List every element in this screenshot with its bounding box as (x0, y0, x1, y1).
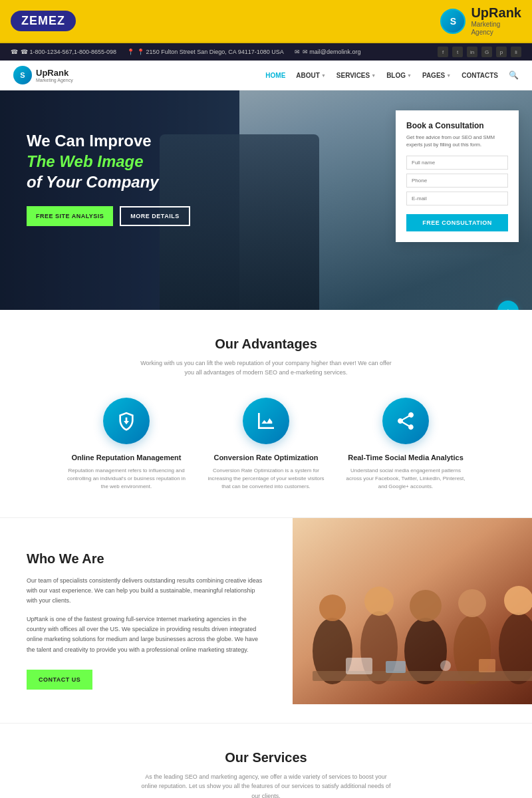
social-analytics-title: Real-Time Social Media Analytics (346, 454, 466, 462)
zemez-logo: ZEMEZ (11, 11, 76, 31)
svg-point-10 (504, 586, 532, 615)
advantages-title: Our Advantages (20, 336, 512, 352)
search-icon[interactable]: 🔍 (509, 70, 519, 80)
phone-icon: ☎ (11, 49, 18, 55)
email-icon: ✉ (295, 49, 300, 55)
social-icons-bar: f t in G p li (438, 47, 521, 57)
hero-buttons: FREE SITE ANALYSIS MORE DETAILS (27, 206, 190, 226)
svg-point-2 (319, 595, 346, 621)
chart-icon (255, 410, 277, 432)
linkedin-icon[interactable]: li (511, 47, 521, 57)
phone-info: ☎ ☎ 1-800-1234-567,1-800-8655-098 (11, 49, 116, 55)
advantage-item-social: Real-Time Social Media Analytics Underst… (346, 398, 466, 491)
who-title: Who We Are (27, 551, 266, 567)
info-bar-left: ☎ ☎ 1-800-1234-567,1-800-8655-098 📍 📍 21… (11, 49, 360, 55)
hero-section: We Can Improve The Web Image of Your Com… (0, 90, 532, 310)
svg-rect-15 (479, 659, 495, 672)
advantages-desc: Working with us you can lift the web rep… (140, 358, 392, 378)
reputation-text: Reputation management refers to influenc… (66, 467, 186, 491)
consultation-fullname-input[interactable] (406, 156, 508, 170)
pinterest-icon[interactable]: p (496, 47, 507, 57)
reputation-icon-circle (103, 398, 150, 444)
nav-logo-circle: S (13, 66, 32, 84)
services-title: Our Services (20, 750, 512, 765)
instagram-icon[interactable]: in (467, 47, 477, 57)
uprank-brand-watermark: UpRank MarketingAgency (471, 5, 521, 37)
advantage-item-reputation: Online Reputation Management Reputation … (66, 398, 186, 491)
nav-logo: S UpRank Marketing Agency (13, 66, 73, 84)
hero-highlight: The Web Image (27, 152, 144, 170)
team-photo (293, 518, 532, 704)
conversion-text: Conversion Rate Optimization is a system… (206, 467, 326, 491)
uprank-watermark: S UpRank MarketingAgency (440, 5, 521, 37)
services-section: Our Services As the leading SEO and mark… (0, 724, 532, 798)
who-desc1: Our team of specialists consistently del… (27, 576, 266, 606)
who-section: Who We Are Our team of specialists consi… (0, 518, 532, 723)
google-icon[interactable]: G (481, 47, 492, 57)
share-icon (395, 410, 416, 432)
facebook-icon[interactable]: f (438, 47, 448, 57)
svg-point-14 (440, 660, 451, 671)
uprank-name-watermark: UpRank (471, 5, 521, 20)
services-desc: As the leading SEO and marketing agency,… (140, 772, 392, 798)
nav-logo-text-group: UpRank Marketing Agency (36, 68, 73, 82)
advantages-grid: Online Reputation Management Reputation … (20, 398, 512, 491)
nav-contacts[interactable]: CONTACTS (462, 72, 498, 79)
consultation-card: Book a Consultation Get free advice from… (396, 110, 519, 242)
svg-rect-11 (313, 671, 532, 681)
uprank-tagline-watermark: MarketingAgency (471, 21, 521, 37)
nav-pages[interactable]: PAGES ▼ (422, 72, 451, 79)
nav-home[interactable]: HOME (265, 72, 285, 79)
social-icon-circle (382, 398, 429, 444)
consultation-phone-input[interactable] (406, 174, 508, 188)
nav-services[interactable]: SERVICES ▼ (336, 72, 376, 79)
advantages-section: Our Advantages Working with us you can l… (0, 310, 532, 517)
nav-logo-name: UpRank (36, 68, 73, 78)
hero-title-line3: of Your Company (27, 173, 159, 191)
nav-logo-sub: Marketing Agency (36, 78, 73, 82)
hero-title: We Can Improve The Web Image of Your Com… (27, 130, 190, 193)
who-right-image (293, 518, 532, 723)
location-icon: 📍 (127, 49, 134, 55)
svg-point-8 (458, 589, 486, 617)
svg-rect-12 (346, 658, 372, 674)
conversion-title: Conversion Rate Optimization (206, 454, 326, 462)
info-bar: ☎ ☎ 1-800-1234-567,1-800-8655-098 📍 📍 21… (0, 43, 532, 61)
social-analytics-text: Understand social media engagement patte… (346, 467, 466, 491)
contact-us-button[interactable]: CONTACT US (27, 670, 92, 690)
phone-text: ☎ 1-800-1234-567,1-800-8655-098 (21, 49, 116, 55)
svg-point-6 (410, 590, 442, 622)
consultation-desc: Get free advice from our SEO and SMM exp… (406, 134, 508, 148)
nav-about[interactable]: ABOUT ▼ (296, 72, 326, 79)
reputation-title: Online Reputation Management (66, 454, 186, 462)
watermark-bar: ZEMEZ S UpRank MarketingAgency (0, 0, 532, 43)
team-svg (293, 518, 532, 704)
nav-blog[interactable]: BLOG ▼ (386, 72, 412, 79)
shield-icon (116, 410, 137, 432)
consultation-submit-button[interactable]: FREE CONSULTATION (406, 214, 508, 231)
email-text: ✉ mail@demolink.org (303, 49, 361, 55)
address-text: 📍 2150 Fulton Street San Diego, CA 94117… (137, 49, 284, 55)
navigation: S UpRank Marketing Agency HOME ABOUT ▼ S… (0, 61, 532, 90)
consultation-title: Book a Consultation (406, 121, 508, 130)
who-desc2: UpRank is one of the fastest growing ful… (27, 614, 266, 655)
more-details-button[interactable]: MORE DETAILS (120, 206, 190, 226)
uprank-circle-watermark: S (440, 9, 466, 34)
consultation-email-input[interactable] (406, 192, 508, 205)
conversion-icon-circle (243, 398, 289, 444)
who-left-content: Who We Are Our team of specialists consi… (0, 518, 293, 723)
address-info: 📍 📍 2150 Fulton Street San Diego, CA 941… (127, 49, 284, 55)
email-info: ✉ ✉ mail@demolink.org (295, 49, 361, 55)
twitter-icon[interactable]: t (452, 47, 463, 57)
svg-point-4 (364, 587, 394, 616)
svg-rect-13 (386, 661, 406, 673)
advantage-item-conversion: Conversion Rate Optimization Conversion … (206, 398, 326, 491)
nav-links: HOME ABOUT ▼ SERVICES ▼ BLOG ▼ PAGES ▼ C… (265, 70, 519, 80)
hero-content: We Can Improve The Web Image of Your Com… (27, 130, 190, 226)
free-analysis-button[interactable]: FREE SITE ANALYSIS (27, 206, 113, 226)
